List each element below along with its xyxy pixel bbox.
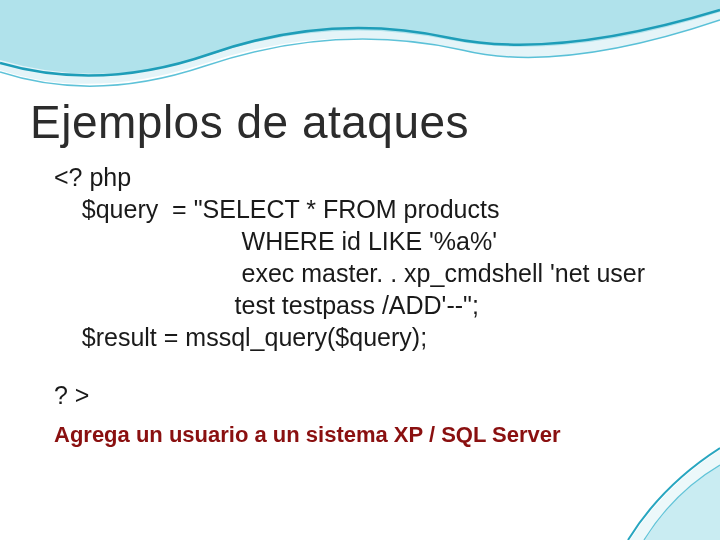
code-line: test testpass /ADD'--"; <box>54 291 479 319</box>
code-line: $result = mssql_query($query); <box>54 323 427 351</box>
code-line: WHERE id LIKE '%a%' <box>54 227 497 255</box>
code-block: <? php $query = "SELECT * FROM products … <box>54 161 690 353</box>
code-line: exec master. . xp_cmdshell 'net user <box>54 259 645 287</box>
slide-title: Ejemplos de ataques <box>30 95 690 149</box>
code-line: <? php <box>54 163 131 191</box>
slide-content: Ejemplos de ataques <? php $query = "SEL… <box>0 0 720 540</box>
code-close: ? > <box>54 381 690 410</box>
slide-description: Agrega un usuario a un sistema XP / SQL … <box>54 422 690 448</box>
code-line: $query = "SELECT * FROM products <box>54 195 499 223</box>
